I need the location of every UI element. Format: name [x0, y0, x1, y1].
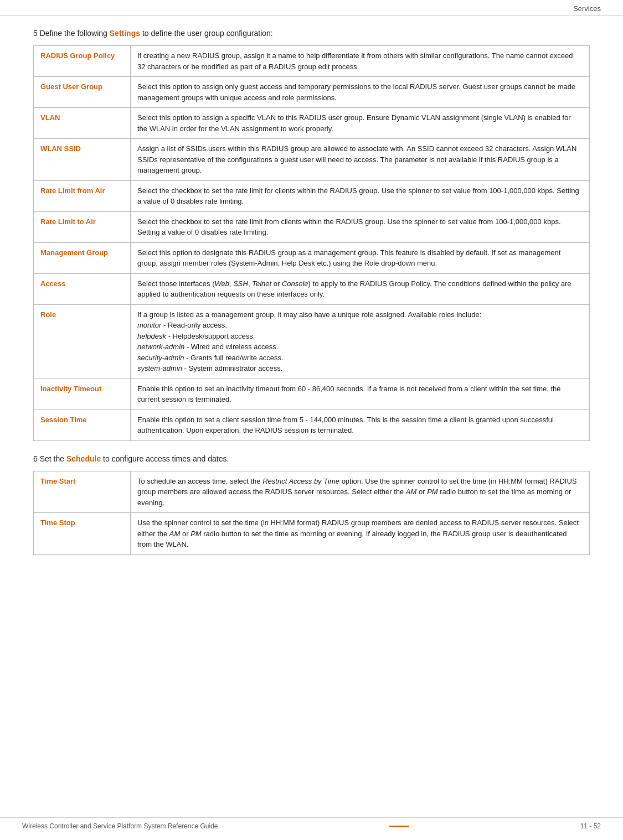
- row-label: Session Time: [34, 409, 131, 440]
- section6-intro-suffix: to configure access times and dates.: [101, 454, 229, 463]
- table-row: RADIUS Group PolicyIf creating a new RAD…: [34, 46, 590, 77]
- row-label: RADIUS Group Policy: [34, 46, 131, 77]
- page-header: Services: [0, 0, 623, 15]
- section6-intro: 6 Set the Schedule to configure access t…: [33, 454, 590, 463]
- table-row: Inactivity TimeoutEnable this option to …: [34, 378, 590, 409]
- table-row: Time StopUse the spinner control to set …: [34, 513, 590, 555]
- table-row: Management GroupSelect this option to de…: [34, 242, 590, 273]
- row-label: VLAN: [34, 108, 131, 139]
- row-label: Management Group: [34, 242, 131, 273]
- row-label: Role: [34, 304, 131, 378]
- row-value: If creating a new RADIUS group, assign i…: [131, 46, 590, 77]
- table-row: Session TimeEnable this option to set a …: [34, 409, 590, 440]
- table-row: AccessSelect those interfaces (Web, SSH,…: [34, 273, 590, 304]
- row-label: Time Start: [34, 471, 131, 513]
- footer-right: 11 - 52: [580, 822, 601, 830]
- row-value: Select this option to assign only guest …: [131, 77, 590, 108]
- section6-intro-link: Schedule: [66, 454, 101, 463]
- row-label: Rate Limit from Air: [34, 180, 131, 211]
- table-row: Guest User GroupSelect this option to as…: [34, 77, 590, 108]
- row-value: Select the checkbox to set the rate limi…: [131, 211, 590, 242]
- table-row: RoleIf a group is listed as a management…: [34, 304, 590, 378]
- row-value: To schedule an access time, select the R…: [131, 471, 590, 513]
- row-value: Enable this option to set a client sessi…: [131, 409, 590, 440]
- row-label: Rate Limit to Air: [34, 211, 131, 242]
- row-label: Guest User Group: [34, 77, 131, 108]
- table-row: WLAN SSIDAssign a list of SSIDs users wi…: [34, 139, 590, 181]
- header-title: Services: [573, 4, 601, 13]
- footer-left: Wireless Controller and Service Platform…: [22, 822, 218, 830]
- row-value: Enable this option to set an inactivity …: [131, 378, 590, 409]
- section5-intro-link: Settings: [110, 29, 140, 38]
- section6-table: Time StartTo schedule an access time, se…: [33, 471, 590, 555]
- row-value: Assign a list of SSIDs users within this…: [131, 139, 590, 181]
- row-label: Time Stop: [34, 513, 131, 555]
- section5-table: RADIUS Group PolicyIf creating a new RAD…: [33, 45, 590, 441]
- section5-intro-prefix: 5 Define the following: [33, 29, 110, 38]
- row-value: Select the checkbox to set the rate limi…: [131, 180, 590, 211]
- row-value: Select this option to assign a specific …: [131, 108, 590, 139]
- row-value: Use the spinner control to set the time …: [131, 513, 590, 555]
- table-row: Time StartTo schedule an access time, se…: [34, 471, 590, 513]
- row-value: Select those interfaces (Web, SSH, Telne…: [131, 273, 590, 304]
- table-row: Rate Limit to AirSelect the checkbox to …: [34, 211, 590, 242]
- section5-intro-suffix: to define the user group configuration:: [140, 29, 273, 38]
- row-label: Inactivity Timeout: [34, 378, 131, 409]
- page-footer: Wireless Controller and Service Platform…: [0, 817, 623, 830]
- footer-divider: [389, 822, 409, 830]
- row-value: Select this option to designate this RAD…: [131, 242, 590, 273]
- page-content: 5 Define the following Settings to defin…: [0, 15, 623, 602]
- row-label: WLAN SSID: [34, 139, 131, 181]
- section6-intro-prefix: 6 Set the: [33, 454, 66, 463]
- row-label: Access: [34, 273, 131, 304]
- row-value: If a group is listed as a management gro…: [131, 304, 590, 378]
- table-row: VLANSelect this option to assign a speci…: [34, 108, 590, 139]
- section5-intro: 5 Define the following Settings to defin…: [33, 29, 590, 38]
- table-row: Rate Limit from AirSelect the checkbox t…: [34, 180, 590, 211]
